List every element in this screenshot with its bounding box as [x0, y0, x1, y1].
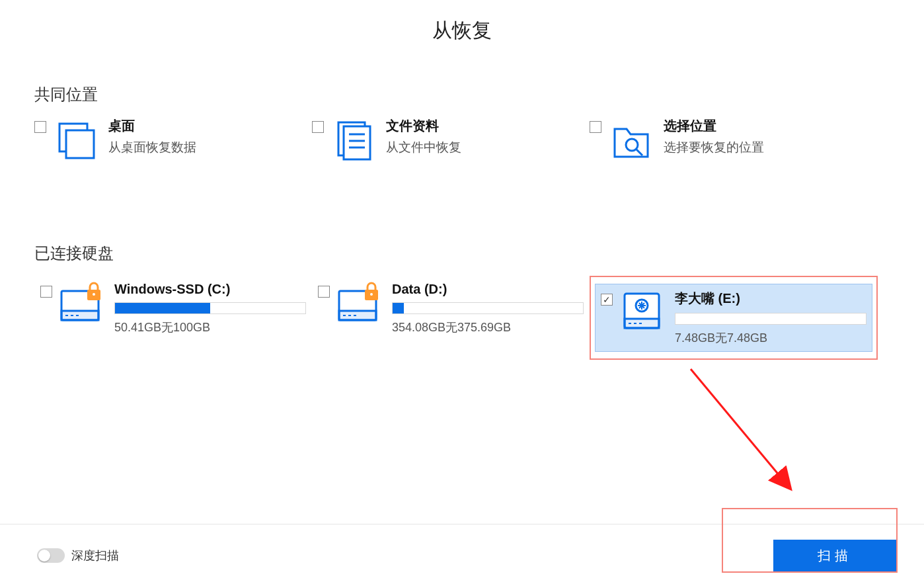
usb-drive-icon: [619, 290, 667, 333]
disk-size-text: 354.08GB无375.69GB: [392, 319, 584, 335]
checkbox-desktop[interactable]: [34, 121, 46, 133]
hdd-icon: [336, 282, 384, 325]
disk-name: Data (D:): [392, 282, 584, 297]
disk-d[interactable]: Data (D:) 354.08GB无375.69GB: [312, 276, 590, 341]
disk-size-text: 50.41GB无100GB: [114, 319, 306, 335]
documents-icon: [330, 117, 377, 163]
location-title: 选择位置: [664, 117, 764, 135]
hdd-icon: [59, 282, 106, 325]
disk-usage-bar: [114, 302, 306, 314]
page-title: 从恢复: [0, 0, 924, 44]
desktop-icon: [53, 117, 99, 163]
disk-name: Windows-SSD (C:): [114, 282, 306, 297]
location-choose[interactable]: 选择位置 选择要恢复的位置: [590, 117, 867, 163]
location-title: 桌面: [108, 117, 196, 135]
checkbox-disk-d[interactable]: [318, 286, 330, 298]
location-subtitle: 选择要恢复的位置: [664, 139, 764, 156]
annotation-arrow: [684, 362, 803, 501]
disk-e[interactable]: ✓ 李大嘴 (E:): [595, 284, 872, 352]
location-desktop[interactable]: 桌面 从桌面恢复数据: [34, 117, 312, 163]
location-title: 文件资料: [386, 117, 461, 135]
disk-size-text: 7.48GB无7.48GB: [675, 330, 866, 346]
svg-point-15: [93, 293, 95, 296]
deep-scan-toggle[interactable]: [37, 548, 65, 563]
location-documents[interactable]: 文件资料 从文件中恢复: [312, 117, 590, 163]
checkbox-choose[interactable]: [590, 121, 601, 133]
choose-location-icon: [608, 117, 654, 163]
svg-rect-3: [344, 126, 370, 159]
highlight-box-disk-e: ✓ 李大嘴 (E:): [590, 276, 878, 360]
checkbox-disk-e[interactable]: ✓: [601, 294, 613, 306]
checkbox-disk-c[interactable]: [40, 286, 52, 298]
svg-rect-1: [66, 130, 94, 158]
connected-disks-heading: 已连接硬盘: [34, 243, 890, 264]
location-subtitle: 从文件中恢复: [386, 139, 461, 156]
disk-usage-bar: [392, 302, 584, 314]
disk-usage-bar: [675, 313, 866, 325]
svg-line-29: [691, 369, 790, 488]
svg-point-22: [370, 293, 373, 296]
scan-button[interactable]: 扫描: [773, 540, 896, 571]
checkbox-documents[interactable]: [312, 121, 324, 133]
common-locations-heading: 共同位置: [34, 84, 890, 105]
disk-name: 李大嘴 (E:): [675, 290, 866, 308]
lock-icon: [362, 280, 381, 303]
location-subtitle: 从桌面恢复数据: [108, 139, 196, 156]
disk-c[interactable]: Windows-SSD (C:) 50.41GB无100GB: [34, 276, 312, 341]
lock-icon: [84, 280, 104, 303]
deep-scan-label: 深度扫描: [71, 548, 119, 563]
